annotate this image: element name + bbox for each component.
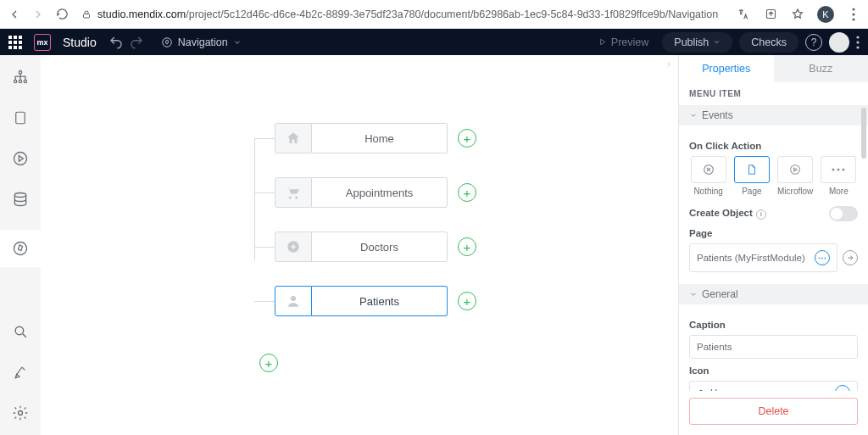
- create-object-toggle[interactable]: [829, 206, 858, 221]
- left-rail: [0, 55, 41, 435]
- svg-rect-0: [84, 14, 90, 18]
- chevron-down-icon: [233, 38, 242, 47]
- breadcrumb[interactable]: Navigation: [161, 36, 242, 48]
- home-icon: [275, 123, 312, 153]
- svg-point-8: [856, 46, 859, 48]
- page-icon: [746, 162, 758, 177]
- add-sibling-button[interactable]: +: [259, 354, 278, 372]
- chevron-down-icon: [713, 38, 721, 46]
- url-path: /project/5c12d46c-d6ce-4b2c-8899-3e75df2…: [186, 8, 718, 20]
- panel-scrollbar[interactable]: [861, 108, 866, 159]
- plus-circle-icon: [275, 231, 312, 262]
- rail-theme-icon[interactable]: [10, 362, 31, 382]
- nav-item-appointments[interactable]: Appointments +: [275, 177, 476, 208]
- delete-button[interactable]: Delete: [689, 398, 858, 425]
- page-label: Page: [689, 228, 858, 238]
- panel-header: MENU ITEM: [679, 82, 868, 105]
- svg-point-14: [14, 153, 27, 165]
- tab-buzz[interactable]: Buzz: [774, 55, 869, 82]
- action-page[interactable]: Page: [732, 156, 771, 196]
- ellipsis-icon[interactable]: ⋯: [815, 250, 830, 265]
- more-icon: [832, 168, 845, 171]
- svg-point-26: [699, 390, 702, 391]
- mendix-logo[interactable]: mx: [34, 34, 51, 51]
- rail-settings-icon[interactable]: [10, 403, 31, 423]
- rail-search-icon[interactable]: [10, 321, 31, 342]
- app-menu-icon[interactable]: [856, 36, 860, 49]
- browser-forward-button[interactable]: [31, 7, 46, 22]
- cart-icon: [275, 177, 312, 208]
- page-selector[interactable]: Patients (MyFirstModule) ⋯: [689, 243, 837, 272]
- undo-button[interactable]: [108, 35, 124, 50]
- svg-point-7: [856, 41, 859, 43]
- add-child-button[interactable]: +: [458, 237, 476, 256]
- browser-reload-button[interactable]: [54, 7, 70, 22]
- close-circle-icon: [702, 163, 715, 176]
- tab-properties[interactable]: Properties: [679, 55, 774, 82]
- section-events[interactable]: Events: [679, 105, 868, 125]
- on-click-label: On Click Action: [689, 141, 858, 151]
- svg-point-17: [15, 326, 24, 335]
- rail-microflow-icon[interactable]: [10, 148, 31, 169]
- svg-point-10: [14, 80, 17, 82]
- chevron-down-icon: [689, 290, 698, 298]
- caption-input[interactable]: Patients: [689, 335, 858, 359]
- preview-button[interactable]: Preview: [591, 32, 655, 53]
- svg-point-23: [832, 169, 835, 171]
- user-icon: [697, 388, 705, 391]
- user-avatar[interactable]: [829, 32, 849, 53]
- icon-selector[interactable]: User ⋯: [689, 381, 858, 391]
- action-nothing[interactable]: Nothing: [689, 156, 727, 196]
- section-general[interactable]: General: [679, 284, 868, 304]
- svg-point-4: [852, 18, 854, 20]
- action-more[interactable]: More: [820, 156, 858, 196]
- publish-button[interactable]: Publish: [662, 32, 732, 53]
- svg-point-9: [19, 71, 21, 74]
- svg-point-20: [291, 296, 296, 301]
- checks-button[interactable]: Checks: [739, 32, 798, 53]
- action-microflow[interactable]: Microflow: [776, 156, 815, 196]
- create-object-label: Create Object: [689, 208, 753, 218]
- browser-url-bar[interactable]: studio.mendix.com/project/5c12d46c-d6ce-…: [78, 8, 727, 20]
- rail-page-icon[interactable]: [10, 108, 31, 128]
- caption-label: Caption: [689, 320, 858, 330]
- nav-item-patients[interactable]: Patients +: [275, 286, 476, 316]
- svg-point-25: [843, 169, 845, 171]
- microflow-icon: [788, 163, 802, 176]
- collapse-panel-handle[interactable]: [665, 59, 676, 75]
- share-icon[interactable]: [763, 7, 778, 22]
- svg-rect-13: [16, 112, 25, 124]
- svg-point-16: [14, 243, 27, 255]
- help-button[interactable]: ?: [805, 34, 822, 51]
- browser-menu-icon[interactable]: [846, 7, 861, 22]
- svg-point-12: [24, 80, 26, 82]
- goto-page-button[interactable]: [843, 250, 858, 265]
- add-child-button[interactable]: +: [458, 292, 476, 310]
- rail-structure-icon[interactable]: [10, 67, 31, 87]
- chevron-down-icon: [689, 111, 698, 120]
- bookmark-star-icon[interactable]: [790, 7, 805, 22]
- svg-point-22: [791, 165, 800, 175]
- studio-label: Studio: [63, 36, 97, 49]
- icon-label: Icon: [689, 365, 858, 376]
- translate-icon[interactable]: [736, 7, 751, 22]
- canvas[interactable]: Home + Appointments + Doctors + Patients…: [41, 55, 678, 435]
- browser-profile-avatar[interactable]: K: [817, 6, 834, 23]
- svg-point-18: [19, 411, 23, 415]
- add-child-button[interactable]: +: [458, 129, 476, 148]
- nav-item-doctors[interactable]: Doctors +: [275, 231, 476, 262]
- add-child-button[interactable]: +: [458, 183, 476, 202]
- ellipsis-icon[interactable]: ⋯: [835, 385, 850, 391]
- nav-item-home[interactable]: Home +: [275, 123, 476, 153]
- redo-button[interactable]: [129, 35, 144, 50]
- svg-point-11: [19, 80, 21, 82]
- info-icon[interactable]: i: [756, 209, 766, 220]
- app-launcher-icon[interactable]: [8, 36, 22, 49]
- browser-back-button[interactable]: [7, 7, 22, 22]
- play-icon: [598, 37, 607, 47]
- rail-domain-icon[interactable]: [10, 189, 31, 209]
- compass-icon: [161, 36, 173, 48]
- rail-navigation-icon[interactable]: [0, 230, 41, 267]
- lock-icon: [81, 9, 92, 20]
- user-icon: [275, 286, 312, 316]
